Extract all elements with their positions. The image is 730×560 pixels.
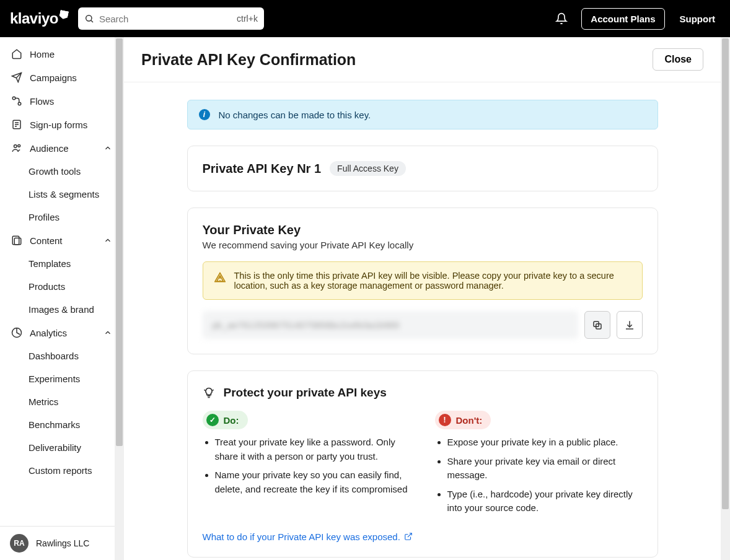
svg-point-2 — [12, 97, 15, 100]
lightbulb-icon — [203, 387, 215, 399]
info-icon: i — [199, 109, 210, 120]
info-text: No changes can be made to this key. — [219, 110, 371, 120]
search-box[interactable]: ctrl+k — [78, 7, 264, 30]
send-icon — [11, 72, 22, 83]
main-scrollbar[interactable] — [721, 37, 730, 560]
info-banner: i No changes can be made to this key. — [187, 100, 658, 129]
nav-products[interactable]: Products — [0, 275, 123, 298]
nav-custom-reports[interactable]: Custom reports — [0, 459, 123, 482]
svg-line-19 — [408, 533, 411, 537]
support-link[interactable]: Support — [675, 14, 721, 24]
nav-signup-forms[interactable]: Sign-up forms — [0, 113, 123, 136]
exposed-key-link[interactable]: What to do if your Private API key was e… — [203, 532, 413, 542]
do-pill: ✓ Do: — [203, 411, 248, 429]
analytics-icon — [11, 327, 22, 338]
nav-growth-tools[interactable]: Growth tools — [0, 160, 123, 183]
dont-column: ! Don't: Expose your private key in a pu… — [435, 411, 643, 520]
nav-label: Home — [30, 49, 55, 59]
do-item: Treat your private key like a password. … — [215, 435, 410, 463]
nav-metrics[interactable]: Metrics — [0, 390, 123, 413]
nav-campaigns[interactable]: Campaigns — [0, 66, 123, 89]
warning-text: This is the only time this private API k… — [234, 271, 631, 291]
nav-benchmarks[interactable]: Benchmarks — [0, 413, 123, 436]
external-link-icon — [404, 532, 413, 541]
home-icon — [11, 48, 22, 59]
nav-label: Content — [30, 235, 63, 246]
nav-label: Flows — [30, 96, 54, 107]
nav-audience[interactable]: Audience — [0, 136, 123, 160]
notifications-icon[interactable] — [552, 9, 571, 28]
nav-templates[interactable]: Templates — [0, 252, 123, 275]
your-key-sub: We recommend saving your Private API Key… — [203, 240, 643, 250]
nav-flows[interactable]: Flows — [0, 89, 123, 113]
protect-title: Protect your private API keys — [224, 386, 387, 400]
top-header: klaviyo ctrl+k Account Plans Support — [0, 0, 730, 37]
nav-analytics[interactable]: Analytics — [0, 321, 123, 344]
svg-line-18 — [212, 390, 213, 391]
dont-pill: ! Don't: — [435, 411, 491, 429]
nav-deliverability[interactable]: Deliverability — [0, 436, 123, 459]
content-icon — [11, 235, 22, 246]
your-key-title: Your Private Key — [203, 223, 643, 237]
nav-label: Audience — [30, 143, 69, 154]
key-access-badge: Full Access Key — [330, 161, 406, 176]
key-name: Private API Key Nr 1 — [203, 162, 322, 176]
svg-point-14 — [219, 280, 221, 281]
dont-item: Type (i.e., hardcode) your private key d… — [447, 488, 643, 515]
chevron-up-icon — [103, 236, 112, 245]
form-icon — [11, 119, 22, 130]
nav-dashboards[interactable]: Dashboards — [0, 344, 123, 367]
svg-point-0 — [86, 15, 92, 21]
alert-icon: ! — [439, 414, 451, 426]
copy-button[interactable] — [584, 311, 610, 339]
sidebar: Home Campaigns Flows Sign-up forms Audie… — [0, 37, 124, 560]
nav-label: Campaigns — [30, 72, 77, 83]
nav-label: Analytics — [30, 328, 67, 338]
logo-flag-icon — [59, 10, 69, 20]
dont-item: Share your private key via email or dire… — [447, 455, 643, 483]
svg-rect-10 — [12, 236, 19, 245]
nav-home[interactable]: Home — [0, 42, 123, 66]
org-name: Rawlings LLC — [36, 538, 89, 548]
nav-label: Sign-up forms — [30, 120, 87, 130]
svg-point-9 — [18, 144, 20, 147]
svg-rect-11 — [14, 238, 21, 245]
protect-card: Protect your private API keys ✓ Do: Trea… — [187, 370, 658, 558]
warning-icon — [214, 272, 226, 291]
page-title: Private API Key Confirmation — [141, 51, 356, 69]
sidebar-scrollbar[interactable] — [115, 37, 124, 560]
warning-banner: This is the only time this private API k… — [203, 261, 643, 300]
download-button[interactable] — [617, 311, 643, 339]
do-column: ✓ Do: Treat your private key like a pass… — [203, 411, 410, 520]
do-item: Name your private key so you can easily … — [215, 468, 410, 496]
copy-icon — [592, 320, 603, 331]
avatar: RA — [10, 534, 29, 553]
nav-experiments[interactable]: Experiments — [0, 367, 123, 390]
nav-images-brand[interactable]: Images & brand — [0, 298, 123, 321]
svg-point-8 — [14, 145, 17, 148]
search-shortcut: ctrl+k — [237, 14, 258, 24]
close-button[interactable]: Close — [653, 48, 703, 71]
flows-icon — [11, 95, 22, 107]
account-plans-button[interactable]: Account Plans — [581, 8, 664, 30]
logo-text: klaviyo — [10, 10, 58, 27]
main-content: Private API Key Confirmation Close i No … — [124, 37, 730, 560]
dont-item: Expose your private key in a public plac… — [447, 435, 643, 450]
link-text: What to do if your Private API key was e… — [203, 532, 400, 542]
chevron-up-icon — [103, 144, 112, 152]
nav-lists-segments[interactable]: Lists & segments — [0, 183, 123, 206]
chevron-up-icon — [103, 328, 112, 337]
svg-line-1 — [91, 20, 93, 22]
api-key-field[interactable]: pk_ae761253967514075856bc2cefe3a1b969 — [203, 311, 578, 339]
audience-icon — [11, 142, 22, 154]
check-icon: ✓ — [206, 414, 219, 426]
download-icon — [624, 320, 635, 331]
dont-label: Don't: — [456, 415, 483, 426]
sidebar-account[interactable]: RA Rawlings LLC — [0, 526, 123, 560]
nav-profiles[interactable]: Profiles — [0, 206, 123, 229]
svg-point-3 — [18, 102, 21, 105]
nav-content[interactable]: Content — [0, 229, 123, 252]
search-input[interactable] — [99, 14, 232, 24]
logo[interactable]: klaviyo — [10, 10, 68, 27]
key-name-card: Private API Key Nr 1 Full Access Key — [187, 146, 658, 191]
